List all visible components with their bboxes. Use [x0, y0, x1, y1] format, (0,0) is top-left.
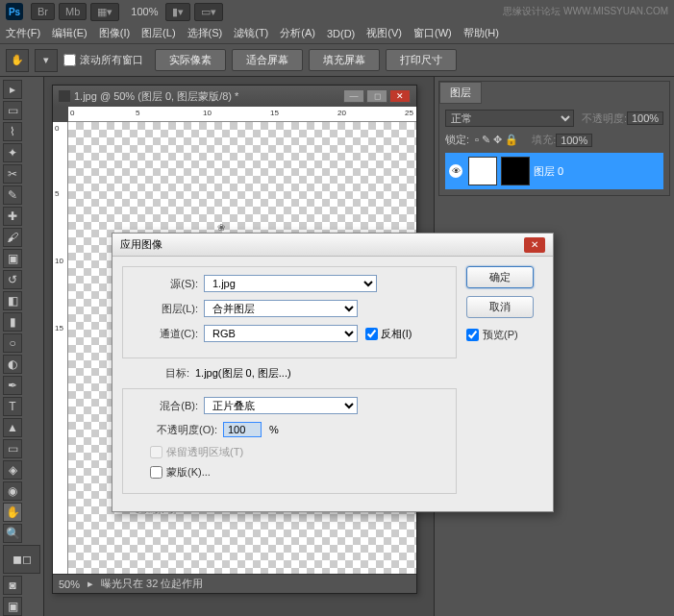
visibility-icon[interactable]: 👁	[449, 164, 462, 178]
layers-tab[interactable]: 图层	[439, 82, 482, 104]
arrange-button[interactable]: ▮▾	[165, 3, 190, 21]
blend-select[interactable]: 正片叠底	[204, 397, 358, 414]
ruler-vertical: 0 5 10 15	[53, 122, 68, 593]
quick-mask-icon[interactable]: ◙	[3, 576, 22, 595]
zoom-level[interactable]: 100%	[131, 6, 158, 17]
shape-tool-icon[interactable]: ▭	[3, 439, 22, 458]
zoom-tool-icon[interactable]: 🔍	[3, 524, 22, 543]
dialog-opacity-label: 不透明度(O):	[131, 423, 217, 437]
lock-icons[interactable]: ▫ ✎ ✥ 🔒	[475, 134, 518, 146]
layer-name[interactable]: 图层 0	[534, 164, 563, 179]
dodge-tool-icon[interactable]: ◐	[3, 355, 22, 374]
close-button[interactable]: ✕	[389, 89, 411, 103]
ok-button[interactable]: 确定	[466, 266, 534, 288]
dialog-opacity-input[interactable]	[223, 422, 262, 437]
maximize-button[interactable]: ◻	[366, 89, 387, 103]
layer-select[interactable]: 合并图层	[204, 300, 358, 317]
layer-row[interactable]: 👁 图层 0	[445, 153, 663, 189]
channel-label: 通道(C):	[131, 327, 198, 341]
mask-checkbox[interactable]: 蒙版(K)...	[150, 465, 448, 480]
menu-filter[interactable]: 滤镜(T)	[234, 26, 268, 40]
fg-bg-swatch[interactable]: ◼◻	[3, 545, 40, 574]
screen-mode-button[interactable]: ▭▾	[194, 3, 223, 21]
statusbar: 50% ▸ 曝光只在 32 位起作用	[53, 574, 416, 593]
marquee-tool-icon[interactable]: ▭	[3, 101, 22, 120]
eraser-tool-icon[interactable]: ◧	[3, 291, 22, 310]
cancel-button[interactable]: 取消	[466, 296, 534, 318]
blur-tool-icon[interactable]: ○	[3, 333, 22, 353]
minibridge-button[interactable]: Mb	[59, 3, 87, 20]
lasso-tool-icon[interactable]: ⌇	[3, 122, 22, 141]
heal-tool-icon[interactable]: ✚	[3, 207, 22, 226]
pen-tool-icon[interactable]: ✒	[3, 376, 22, 395]
crop-tool-icon[interactable]: ✂	[3, 164, 22, 184]
document-title: 1.jpg @ 50% (图层 0, 图层蒙版/8) *	[74, 89, 238, 104]
path-select-icon[interactable]: ▲	[3, 418, 22, 437]
mask-thumb[interactable]	[501, 157, 530, 185]
move-tool-icon[interactable]: ▸	[3, 80, 22, 99]
blend-mode-select[interactable]: 正常	[445, 110, 574, 127]
document-titlebar[interactable]: 1.jpg @ 50% (图层 0, 图层蒙版/8) * — ◻ ✕	[53, 86, 416, 107]
print-size-button[interactable]: 打印尺寸	[386, 49, 457, 71]
actual-pixels-button[interactable]: 实际像素	[155, 49, 226, 71]
apply-image-dialog: 应用图像 ✕ 源(S): 1.jpg 图层(L): 合并图层 通道(C): RG…	[112, 233, 554, 512]
menu-edit[interactable]: 编辑(E)	[52, 26, 87, 40]
menu-help[interactable]: 帮助(H)	[463, 26, 499, 40]
status-zoom[interactable]: 50%	[59, 579, 80, 590]
channel-select[interactable]: RGB	[204, 325, 358, 342]
menu-select[interactable]: 选择(S)	[187, 26, 223, 40]
menubar: 文件(F) 编辑(E) 图像(I) 图层(L) 选择(S) 滤镜(T) 分析(A…	[0, 23, 674, 44]
menu-image[interactable]: 图像(I)	[99, 26, 130, 40]
ruler-horizontal: 0 5 10 15 20 25	[68, 107, 416, 122]
menu-window[interactable]: 窗口(W)	[413, 26, 452, 40]
invert-checkbox[interactable]: 反相(I)	[365, 327, 412, 341]
history-brush-icon[interactable]: ↺	[3, 270, 22, 289]
tool-preset-icon[interactable]: ▾	[35, 49, 58, 72]
doc-icon	[59, 90, 70, 102]
source-label: 源(S):	[131, 277, 198, 291]
menu-3d[interactable]: 3D(D)	[327, 28, 355, 39]
layers-list: 👁 图层 0	[445, 153, 663, 189]
menu-analysis[interactable]: 分析(A)	[280, 26, 315, 40]
fill-input[interactable]	[556, 134, 592, 147]
eyedropper-tool-icon[interactable]: ✎	[3, 185, 22, 205]
minimize-button[interactable]: —	[343, 89, 364, 103]
hand-tool-icon[interactable]: ✋	[6, 49, 29, 72]
layer-thumb[interactable]	[468, 157, 497, 185]
preview-checkbox[interactable]: 预览(P)	[466, 328, 543, 342]
target-value: 1.jpg(图层 0, 图层...)	[195, 366, 291, 381]
fit-screen-button[interactable]: 适合屏幕	[232, 49, 303, 71]
opacity-label: 不透明度:	[582, 111, 627, 126]
lock-label: 锁定:	[445, 133, 469, 147]
app-header: Ps Br Mb ▦▾ 100% ▮▾ ▭▾ 思缘设计论坛 WWW.MISSYU…	[0, 0, 674, 23]
toolbox: ▸▭ ⌇✦ ✂✎ ✚🖌 ▣↺ ◧▮ ○◐ ✒T ▲▭ ◈◉ ✋🔍 ◼◻ ◙▣	[0, 77, 44, 616]
view-extras-button[interactable]: ▦▾	[90, 3, 119, 21]
status-text: 曝光只在 32 位起作用	[101, 577, 203, 591]
gradient-tool-icon[interactable]: ▮	[3, 312, 22, 332]
bridge-button[interactable]: Br	[31, 3, 55, 20]
ps-logo: Ps	[6, 3, 23, 20]
layer-label: 图层(L):	[131, 302, 198, 316]
type-tool-icon[interactable]: T	[3, 397, 22, 416]
screen-mode-icon[interactable]: ▣	[3, 597, 22, 616]
brush-tool-icon[interactable]: 🖌	[3, 228, 22, 247]
menu-layer[interactable]: 图层(L)	[141, 26, 175, 40]
stamp-tool-icon[interactable]: ▣	[3, 249, 22, 268]
hand-tool-icon-tb[interactable]: ✋	[3, 503, 22, 522]
dialog-close-icon[interactable]: ✕	[524, 237, 545, 253]
preserve-transparency-checkbox[interactable]: 保留透明区域(T)	[150, 445, 448, 459]
3d-tool-icon[interactable]: ◈	[3, 460, 22, 480]
dialog-title: 应用图像	[120, 237, 162, 252]
options-bar: ✋ ▾ 滚动所有窗口 实际像素 适合屏幕 填充屏幕 打印尺寸	[0, 44, 674, 77]
opacity-input[interactable]	[627, 111, 663, 125]
dialog-titlebar[interactable]: 应用图像 ✕	[112, 234, 553, 257]
3d-camera-icon[interactable]: ◉	[3, 481, 22, 501]
menu-file[interactable]: 文件(F)	[6, 26, 40, 40]
fill-screen-button[interactable]: 填充屏幕	[309, 49, 380, 71]
quick-select-tool-icon[interactable]: ✦	[3, 143, 22, 162]
menu-view[interactable]: 视图(V)	[366, 26, 402, 40]
fill-label: 填充:	[532, 133, 556, 147]
scroll-all-checkbox[interactable]: 滚动所有窗口	[63, 53, 143, 67]
opacity-unit: %	[269, 424, 279, 435]
source-select[interactable]: 1.jpg	[204, 275, 377, 292]
